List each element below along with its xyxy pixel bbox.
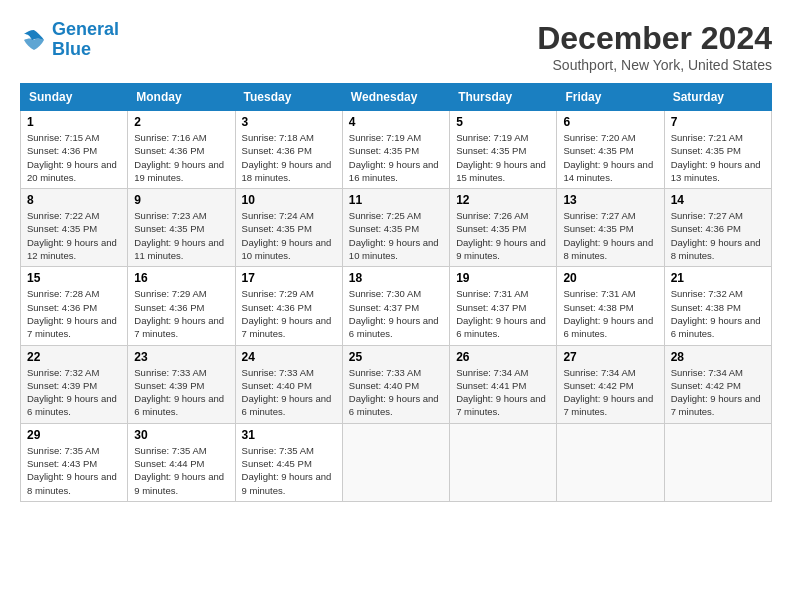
day-info: Sunrise: 7:32 AM Sunset: 4:39 PM Dayligh… — [27, 367, 117, 418]
calendar-table: SundayMondayTuesdayWednesdayThursdayFrid… — [20, 83, 772, 502]
calendar-cell: 11 Sunrise: 7:25 AM Sunset: 4:35 PM Dayl… — [342, 189, 449, 267]
calendar-cell: 2 Sunrise: 7:16 AM Sunset: 4:36 PM Dayli… — [128, 111, 235, 189]
day-number: 13 — [563, 193, 657, 207]
day-info: Sunrise: 7:26 AM Sunset: 4:35 PM Dayligh… — [456, 210, 546, 261]
day-info: Sunrise: 7:34 AM Sunset: 4:41 PM Dayligh… — [456, 367, 546, 418]
calendar-cell: 10 Sunrise: 7:24 AM Sunset: 4:35 PM Dayl… — [235, 189, 342, 267]
calendar-cell: 28 Sunrise: 7:34 AM Sunset: 4:42 PM Dayl… — [664, 345, 771, 423]
day-header-wednesday: Wednesday — [342, 84, 449, 111]
calendar-cell: 25 Sunrise: 7:33 AM Sunset: 4:40 PM Dayl… — [342, 345, 449, 423]
day-number: 20 — [563, 271, 657, 285]
day-header-monday: Monday — [128, 84, 235, 111]
calendar-cell: 15 Sunrise: 7:28 AM Sunset: 4:36 PM Dayl… — [21, 267, 128, 345]
day-info: Sunrise: 7:25 AM Sunset: 4:35 PM Dayligh… — [349, 210, 439, 261]
calendar-cell: 22 Sunrise: 7:32 AM Sunset: 4:39 PM Dayl… — [21, 345, 128, 423]
calendar-cell: 24 Sunrise: 7:33 AM Sunset: 4:40 PM Dayl… — [235, 345, 342, 423]
calendar-cell: 27 Sunrise: 7:34 AM Sunset: 4:42 PM Dayl… — [557, 345, 664, 423]
calendar-cell — [664, 423, 771, 501]
day-number: 16 — [134, 271, 228, 285]
day-info: Sunrise: 7:16 AM Sunset: 4:36 PM Dayligh… — [134, 132, 224, 183]
day-number: 23 — [134, 350, 228, 364]
day-number: 5 — [456, 115, 550, 129]
day-number: 2 — [134, 115, 228, 129]
day-number: 27 — [563, 350, 657, 364]
day-number: 19 — [456, 271, 550, 285]
title-block: December 2024 Southport, New York, Unite… — [537, 20, 772, 73]
day-info: Sunrise: 7:33 AM Sunset: 4:40 PM Dayligh… — [349, 367, 439, 418]
calendar-cell: 9 Sunrise: 7:23 AM Sunset: 4:35 PM Dayli… — [128, 189, 235, 267]
day-info: Sunrise: 7:32 AM Sunset: 4:38 PM Dayligh… — [671, 288, 761, 339]
day-number: 6 — [563, 115, 657, 129]
day-number: 26 — [456, 350, 550, 364]
day-header-saturday: Saturday — [664, 84, 771, 111]
calendar-cell: 7 Sunrise: 7:21 AM Sunset: 4:35 PM Dayli… — [664, 111, 771, 189]
day-info: Sunrise: 7:21 AM Sunset: 4:35 PM Dayligh… — [671, 132, 761, 183]
day-number: 9 — [134, 193, 228, 207]
calendar-cell — [557, 423, 664, 501]
day-info: Sunrise: 7:35 AM Sunset: 4:43 PM Dayligh… — [27, 445, 117, 496]
calendar-cell: 21 Sunrise: 7:32 AM Sunset: 4:38 PM Dayl… — [664, 267, 771, 345]
day-header-tuesday: Tuesday — [235, 84, 342, 111]
day-info: Sunrise: 7:20 AM Sunset: 4:35 PM Dayligh… — [563, 132, 653, 183]
day-number: 28 — [671, 350, 765, 364]
day-number: 17 — [242, 271, 336, 285]
day-number: 10 — [242, 193, 336, 207]
day-info: Sunrise: 7:34 AM Sunset: 4:42 PM Dayligh… — [671, 367, 761, 418]
day-number: 18 — [349, 271, 443, 285]
calendar-cell: 16 Sunrise: 7:29 AM Sunset: 4:36 PM Dayl… — [128, 267, 235, 345]
day-info: Sunrise: 7:33 AM Sunset: 4:40 PM Dayligh… — [242, 367, 332, 418]
calendar-cell: 6 Sunrise: 7:20 AM Sunset: 4:35 PM Dayli… — [557, 111, 664, 189]
calendar-cell: 26 Sunrise: 7:34 AM Sunset: 4:41 PM Dayl… — [450, 345, 557, 423]
month-title: December 2024 — [537, 20, 772, 57]
day-number: 15 — [27, 271, 121, 285]
day-info: Sunrise: 7:19 AM Sunset: 4:35 PM Dayligh… — [456, 132, 546, 183]
calendar-cell: 5 Sunrise: 7:19 AM Sunset: 4:35 PM Dayli… — [450, 111, 557, 189]
day-number: 14 — [671, 193, 765, 207]
logo-general: General — [52, 19, 119, 39]
day-info: Sunrise: 7:27 AM Sunset: 4:36 PM Dayligh… — [671, 210, 761, 261]
day-number: 30 — [134, 428, 228, 442]
calendar-cell: 3 Sunrise: 7:18 AM Sunset: 4:36 PM Dayli… — [235, 111, 342, 189]
calendar-cell: 18 Sunrise: 7:30 AM Sunset: 4:37 PM Dayl… — [342, 267, 449, 345]
day-number: 31 — [242, 428, 336, 442]
day-number: 22 — [27, 350, 121, 364]
day-header-friday: Friday — [557, 84, 664, 111]
calendar-cell: 31 Sunrise: 7:35 AM Sunset: 4:45 PM Dayl… — [235, 423, 342, 501]
day-info: Sunrise: 7:24 AM Sunset: 4:35 PM Dayligh… — [242, 210, 332, 261]
day-info: Sunrise: 7:23 AM Sunset: 4:35 PM Dayligh… — [134, 210, 224, 261]
day-info: Sunrise: 7:22 AM Sunset: 4:35 PM Dayligh… — [27, 210, 117, 261]
calendar-cell: 13 Sunrise: 7:27 AM Sunset: 4:35 PM Dayl… — [557, 189, 664, 267]
day-info: Sunrise: 7:34 AM Sunset: 4:42 PM Dayligh… — [563, 367, 653, 418]
calendar-cell: 17 Sunrise: 7:29 AM Sunset: 4:36 PM Dayl… — [235, 267, 342, 345]
day-info: Sunrise: 7:29 AM Sunset: 4:36 PM Dayligh… — [134, 288, 224, 339]
day-info: Sunrise: 7:35 AM Sunset: 4:45 PM Dayligh… — [242, 445, 332, 496]
calendar-cell: 20 Sunrise: 7:31 AM Sunset: 4:38 PM Dayl… — [557, 267, 664, 345]
page-header: General Blue December 2024 Southport, Ne… — [20, 20, 772, 73]
calendar-cell — [342, 423, 449, 501]
day-info: Sunrise: 7:33 AM Sunset: 4:39 PM Dayligh… — [134, 367, 224, 418]
day-number: 3 — [242, 115, 336, 129]
day-info: Sunrise: 7:19 AM Sunset: 4:35 PM Dayligh… — [349, 132, 439, 183]
day-info: Sunrise: 7:35 AM Sunset: 4:44 PM Dayligh… — [134, 445, 224, 496]
day-number: 21 — [671, 271, 765, 285]
calendar-cell: 8 Sunrise: 7:22 AM Sunset: 4:35 PM Dayli… — [21, 189, 128, 267]
calendar-cell: 30 Sunrise: 7:35 AM Sunset: 4:44 PM Dayl… — [128, 423, 235, 501]
day-header-sunday: Sunday — [21, 84, 128, 111]
calendar-cell: 14 Sunrise: 7:27 AM Sunset: 4:36 PM Dayl… — [664, 189, 771, 267]
day-header-thursday: Thursday — [450, 84, 557, 111]
calendar-cell: 12 Sunrise: 7:26 AM Sunset: 4:35 PM Dayl… — [450, 189, 557, 267]
day-number: 4 — [349, 115, 443, 129]
day-info: Sunrise: 7:27 AM Sunset: 4:35 PM Dayligh… — [563, 210, 653, 261]
calendar-cell: 29 Sunrise: 7:35 AM Sunset: 4:43 PM Dayl… — [21, 423, 128, 501]
day-info: Sunrise: 7:28 AM Sunset: 4:36 PM Dayligh… — [27, 288, 117, 339]
logo-blue: Blue — [52, 39, 91, 59]
day-number: 1 — [27, 115, 121, 129]
day-info: Sunrise: 7:18 AM Sunset: 4:36 PM Dayligh… — [242, 132, 332, 183]
calendar-cell — [450, 423, 557, 501]
day-number: 12 — [456, 193, 550, 207]
calendar-cell: 23 Sunrise: 7:33 AM Sunset: 4:39 PM Dayl… — [128, 345, 235, 423]
day-info: Sunrise: 7:31 AM Sunset: 4:37 PM Dayligh… — [456, 288, 546, 339]
calendar-cell: 4 Sunrise: 7:19 AM Sunset: 4:35 PM Dayli… — [342, 111, 449, 189]
day-number: 7 — [671, 115, 765, 129]
location: Southport, New York, United States — [537, 57, 772, 73]
